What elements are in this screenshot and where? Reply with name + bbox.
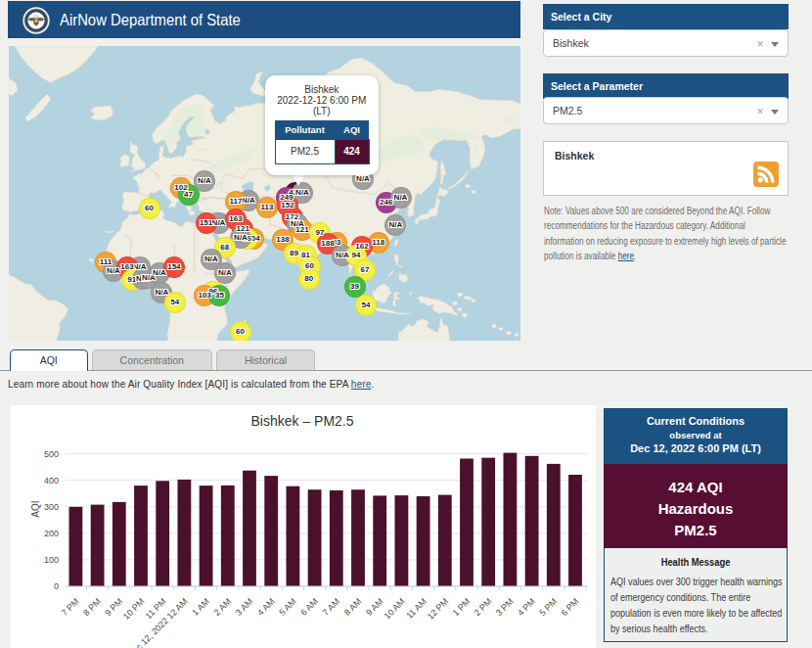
svg-text:300: 300	[43, 502, 58, 512]
svg-text:AQI: AQI	[30, 500, 41, 517]
svg-text:200: 200	[43, 529, 58, 538]
svg-text:0: 0	[53, 581, 58, 591]
svg-text:400: 400	[43, 476, 58, 486]
svg-text:100: 100	[43, 555, 58, 565]
svg-text:500: 500	[43, 449, 58, 459]
svg-text:Bishkek – PM2.5: Bishkek – PM2.5	[250, 413, 353, 429]
